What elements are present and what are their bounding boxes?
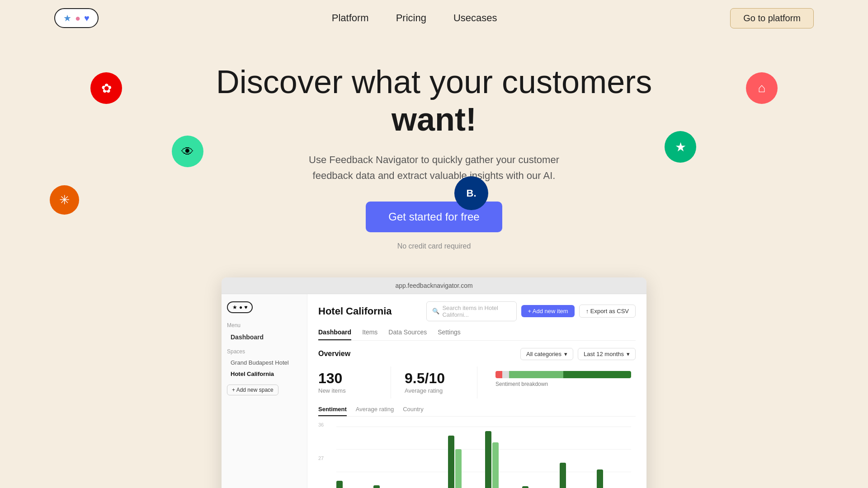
export-csv-button[interactable]: ↑ Export as CSV [579,305,636,318]
chart-tab-avg-rating[interactable]: Average rating [356,406,394,416]
sidebar-logo-box: ★ ● ♥ [227,301,253,313]
bar-dark-1 [336,481,343,488]
logo-box: ★ ● ♥ [54,8,99,28]
yelp-icon: ✿ [90,72,122,104]
tab-dashboard[interactable]: Dashboard [318,328,351,340]
sidebar-item-dashboard[interactable]: Dashboard [227,331,302,343]
bar-group-5 [485,431,519,488]
search-icon: 🔍 [432,308,439,314]
hero-section: ✿ ⌂ 👁 ★ ✳ B. Discover what your customer… [0,36,868,268]
avg-rating-value: 9.5/10 [405,371,463,385]
sidebar: ★ ● ♥ Menu Dashboard Spaces Grand Budape… [222,294,307,488]
sidebar-logo-star: ★ [232,304,237,310]
avg-rating-label: Average rating [405,387,463,394]
snowflake-icon: ✳ [50,185,79,215]
app-header-actions: 🔍 Search items in Hotel Californi... + A… [426,301,636,321]
chevron-down-icon: ▾ [564,351,567,357]
overview-header: Overview All categories ▾ Last 12 months… [318,348,636,360]
sidebar-logo-circle: ● [239,304,242,310]
bar-group-7 [560,463,594,488]
nav-link-pricing[interactable]: Pricing [396,12,426,24]
bar-light-5 [492,442,499,488]
avg-rating-stat: 9.5/10 Average rating [405,366,463,399]
bar-dark-4 [448,436,454,488]
sentiment-breakdown-card: Sentiment breakdown [491,366,636,399]
logo-circle-icon: ● [75,13,80,23]
app-preview-wrapper: app.feedbacknavigator.com ★ ● ♥ Menu Das… [0,268,868,488]
chart-area: 36 27 18 [318,422,636,488]
new-items-count: 130 [318,371,377,385]
bar-group-1 [336,481,371,488]
sidebar-space-grand-budapest[interactable]: Grand Budapest Hotel [227,357,302,368]
tripadvisor-icon: 👁 [172,136,203,167]
add-new-space-button[interactable]: + Add new space [227,385,278,395]
chart-tab-sentiment[interactable]: Sentiment [318,406,347,416]
app-tabs: Dashboard Items Data Sources Settings [318,328,636,341]
app-hotel-title: Hotel California [318,305,392,317]
search-placeholder-text: Search items in Hotel Californi... [442,305,511,318]
categories-filter[interactable]: All categories ▾ [520,348,573,360]
chart-y-labels: 36 27 18 [318,422,324,488]
go-to-platform-button[interactable]: Go to platform [730,8,814,28]
app-preview: app.feedbacknavigator.com ★ ● ♥ Menu Das… [222,277,646,488]
bar-dark-2 [373,485,380,488]
logo: ★ ● ♥ [54,8,99,28]
time-filter[interactable]: Last 12 months ▾ [578,348,636,360]
y-label-27: 27 [318,455,324,461]
overview-filters: All categories ▾ Last 12 months ▾ [520,348,636,360]
bar-dark-8 [597,469,603,488]
logo-star-icon: ★ [63,13,71,23]
sentiment-positive-light-bar [509,371,563,378]
sentiment-negative-bar [495,371,502,378]
y-label-36: 36 [318,422,324,427]
nav-link-platform[interactable]: Platform [332,12,369,24]
overview-title: Overview [318,350,350,358]
bar-group-4 [448,436,482,488]
new-items-label: New items [318,387,377,394]
bar-dark-5 [485,431,491,488]
search-box[interactable]: 🔍 Search items in Hotel Californi... [426,301,517,321]
app-main-content: Hotel California 🔍 Search items in Hotel… [307,294,646,488]
booking-icon: B. [454,176,488,210]
hero-subtext: Use Feedback Navigator to quickly gather… [294,152,574,183]
sentiment-positive-dark-bar [563,371,631,378]
new-items-stat: 130 New items [318,366,377,399]
stat-divider-2 [477,366,477,399]
bar-group-2 [373,485,408,488]
nav-links: Platform Pricing Usecases [332,12,497,24]
bar-group-8 [597,469,631,488]
nav-link-usecases[interactable]: Usecases [453,12,497,24]
chart-tabs: Sentiment Average rating Country [318,406,636,417]
app-header-row: Hotel California 🔍 Search items in Hotel… [318,301,636,321]
bar-dark-7 [560,463,566,488]
sentiment-bar [495,371,631,378]
sentiment-label: Sentiment breakdown [495,381,631,387]
chevron-down-icon-2: ▾ [627,351,630,357]
app-inner: ★ ● ♥ Menu Dashboard Spaces Grand Budape… [222,294,646,488]
tab-data-sources[interactable]: Data Sources [388,328,427,340]
bar-dark-6 [522,486,528,488]
sidebar-space-hotel-california[interactable]: Hotel California [227,369,302,379]
add-new-item-button[interactable]: + Add new item [521,305,574,317]
tab-items[interactable]: Items [362,328,377,340]
sidebar-logo-heart: ♥ [244,304,247,310]
sidebar-spaces-label: Spaces [227,348,302,355]
hero-headline: Discover what your customers want! [9,63,859,138]
sentiment-neutral-bar [502,371,509,378]
sidebar-logo: ★ ● ♥ [227,301,302,313]
bar-light-4 [455,449,462,488]
sidebar-menu-label: Menu [227,322,302,328]
chart-bars [336,427,631,488]
trustpilot-icon: ★ [665,131,696,163]
navigation: ★ ● ♥ Platform Pricing Usecases Go to pl… [0,0,868,36]
chart-tab-country[interactable]: Country [403,406,424,416]
airbnb-icon: ⌂ [746,72,778,104]
stat-divider-1 [391,366,391,399]
stats-row: 130 New items 9.5/10 Average rating [318,366,636,399]
hero-no-credit-card: No credit card required [9,242,859,250]
logo-heart-icon: ♥ [84,13,90,23]
tab-settings[interactable]: Settings [438,328,461,340]
url-bar: app.feedbacknavigator.com [222,277,646,294]
bar-group-6 [522,486,557,488]
